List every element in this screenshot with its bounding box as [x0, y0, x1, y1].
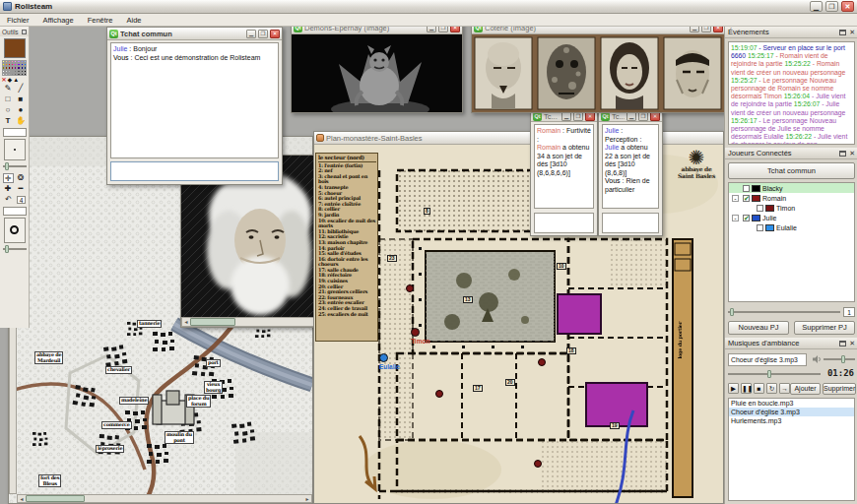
- tree-expander[interactable]: -: [732, 195, 739, 202]
- players-header[interactable]: Joueurs Connectés ✕: [725, 148, 857, 159]
- close-icon[interactable]: ✕: [849, 151, 855, 157]
- private-chat-window-julie[interactable]: Qt Tc... ▁ ❐ ✕ Julie : Perception :Julie…: [598, 110, 663, 236]
- remove-npc-icon[interactable]: ━: [16, 184, 27, 194]
- close-icon[interactable]: ✕: [849, 30, 855, 35]
- ellipse-tool-icon[interactable]: ○: [3, 105, 14, 115]
- portrait-hscrollbar[interactable]: ◄►: [181, 317, 326, 327]
- music-header[interactable]: Musiques d'ambiance ✕: [725, 338, 857, 349]
- beard: [231, 256, 290, 315]
- player-checkbox[interactable]: [743, 195, 750, 202]
- players-tree[interactable]: Blacky - Romain Timon - Julie: [728, 182, 855, 302]
- loop-button[interactable]: ↻: [766, 383, 777, 394]
- npc-count-value[interactable]: 1: [843, 307, 855, 317]
- current-color-swatch[interactable]: [4, 38, 26, 58]
- volume-slider[interactable]: [824, 355, 855, 363]
- mask-swatch[interactable]: ◆: [8, 77, 13, 83]
- player-row[interactable]: Eulalie: [729, 222, 854, 232]
- close-button[interactable]: ✕: [270, 30, 280, 38]
- add-track-button[interactable]: Ajouter: [790, 383, 821, 395]
- float-icon[interactable]: [839, 30, 846, 35]
- float-icon[interactable]: [839, 151, 846, 157]
- filled-ellipse-tool-icon[interactable]: ●: [16, 105, 27, 115]
- player-row[interactable]: Timon: [729, 203, 854, 213]
- events-title: Événements: [728, 28, 769, 36]
- playlist-item[interactable]: Choeur d'église 3.mp3: [729, 408, 854, 416]
- filled-rect-tool-icon[interactable]: ■: [16, 94, 27, 104]
- playlist-item[interactable]: Pluie en boucle.mp3: [729, 399, 854, 408]
- npc-size-slider[interactable]: [3, 245, 27, 253]
- demons-image-window[interactable]: Qt Démons-Epernay (Image) ▁ ❐ ✕: [291, 22, 463, 113]
- village-label: léproserie: [96, 445, 124, 453]
- float-icon[interactable]: [839, 341, 846, 346]
- next-mode-button[interactable]: →: [779, 383, 790, 394]
- chat-room-button[interactable]: Tchat commun: [728, 162, 855, 179]
- menu-item[interactable]: Aide: [120, 16, 149, 25]
- minimize-button[interactable]: ▁: [810, 1, 823, 12]
- player-row[interactable]: - Romain: [729, 193, 854, 203]
- add-npc-icon[interactable]: ✚: [3, 184, 14, 194]
- move-character-tool-icon[interactable]: ✛: [3, 173, 14, 183]
- village-hscrollbar[interactable]: ◄►: [17, 494, 312, 503]
- reset-npc-counter-icon[interactable]: ↶: [3, 195, 14, 205]
- private-chat-window-romain[interactable]: Qt Tc... ▁ ❐ ✕ Romain : Furtivité :Romai…: [530, 110, 598, 236]
- playlist-item[interactable]: Hurlements.mp3: [729, 416, 854, 425]
- unmask-swatch[interactable]: ▲: [13, 77, 19, 83]
- player-checkbox[interactable]: [757, 205, 763, 212]
- pencil-tool-icon[interactable]: ✎: [3, 84, 14, 94]
- hand-tool-icon[interactable]: ✋: [16, 116, 27, 126]
- main-chat-titlebar[interactable]: Qt Tchat commun ▁ ❐ ✕: [107, 28, 282, 40]
- npc-count-slider[interactable]: [728, 308, 840, 316]
- events-panel: Événements ✕ 15:19:07 - Serveur en place…: [725, 27, 857, 148]
- player-checkbox[interactable]: [743, 215, 750, 221]
- new-pc-button[interactable]: Nouveau PJ: [728, 321, 789, 335]
- delete-pc-button[interactable]: Supprimer PJ: [794, 321, 855, 335]
- eraser-swatch[interactable]: ✕: [2, 77, 7, 83]
- tree-expander[interactable]: [732, 185, 739, 192]
- minimize-button[interactable]: ▁: [246, 30, 256, 38]
- restore-button[interactable]: ❐: [258, 30, 268, 38]
- play-button[interactable]: ▶: [728, 383, 739, 394]
- player-row[interactable]: - Julie: [729, 213, 854, 222]
- change-state-tool-icon[interactable]: ❂: [16, 173, 27, 183]
- chat-input-box[interactable]: [534, 213, 594, 233]
- tree-expander[interactable]: -: [732, 215, 739, 221]
- text-tool-field[interactable]: [3, 128, 27, 137]
- rect-tool-icon[interactable]: □: [3, 94, 14, 104]
- restore-button[interactable]: ❐: [825, 1, 838, 12]
- chat-message: Romain a obtenu 34 à son jet de dés [3d1…: [537, 144, 591, 177]
- current-track-field[interactable]: Choeur d'église 3.mp3: [728, 353, 807, 366]
- tree-expander[interactable]: [746, 205, 753, 212]
- player-row[interactable]: Blacky: [729, 183, 854, 193]
- dock-pin-icon[interactable]: [22, 30, 27, 34]
- text-tool-icon[interactable]: T: [3, 116, 14, 126]
- close-button[interactable]: ✕: [841, 1, 854, 12]
- chat-message: Vous : Ceci est une démonstration de Rol…: [113, 54, 276, 63]
- tree-expander[interactable]: [746, 224, 753, 231]
- main-chat-window[interactable]: Qt Tchat commun ▁ ❐ ✕ Julie : BonjourVou…: [106, 27, 283, 185]
- players-panel: Joueurs Connectés ✕ Tchat commun Blacky …: [725, 148, 857, 338]
- chat-input-box[interactable]: [602, 213, 659, 233]
- player-checkbox[interactable]: [743, 185, 750, 192]
- pause-button[interactable]: ❚❚: [741, 383, 752, 394]
- seek-slider[interactable]: [728, 370, 821, 378]
- coterie-image-window[interactable]: Qt Coterie (Image) ▁ ❐ ✕: [471, 22, 726, 113]
- menu-item[interactable]: Affichage: [36, 16, 81, 25]
- delete-track-button[interactable]: Supprimer: [823, 383, 856, 395]
- map-window-icon: [316, 134, 324, 142]
- menu-item[interactable]: Fenêtre: [81, 16, 120, 25]
- npc-name-field[interactable]: [3, 207, 27, 216]
- playlist[interactable]: Pluie en boucle.mp3Choeur d'église 3.mp3…: [728, 398, 855, 501]
- events-header[interactable]: Événements ✕: [725, 27, 857, 38]
- menu-item[interactable]: Fichier: [0, 16, 36, 25]
- player-checkbox[interactable]: [757, 224, 763, 231]
- line-tool-icon[interactable]: ╱: [16, 84, 27, 94]
- chat-message: Julie a obtenu 22 à son jet de dés [3d10…: [605, 144, 656, 177]
- close-icon[interactable]: ✕: [849, 341, 855, 346]
- stop-button[interactable]: ■: [754, 383, 764, 394]
- npc-number-spinner[interactable]: 4: [17, 196, 26, 204]
- tools-header[interactable]: Outils: [0, 27, 29, 36]
- events-log[interactable]: 15:19:07 - Serveur en place sur le port …: [728, 41, 855, 145]
- pen-size-slider[interactable]: [3, 162, 27, 170]
- palette-color[interactable]: [24, 73, 27, 76]
- main-chat-input[interactable]: [110, 161, 279, 181]
